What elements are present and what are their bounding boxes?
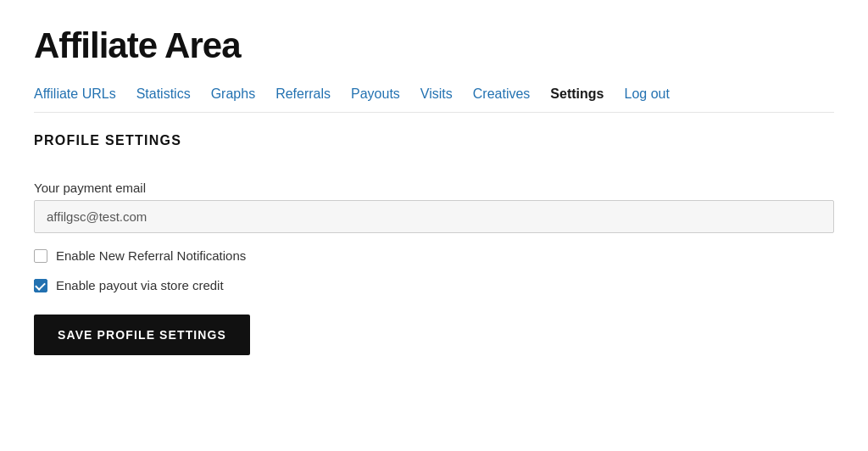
nav-referrals[interactable]: Referrals — [275, 86, 331, 102]
nav-payouts[interactable]: Payouts — [351, 86, 400, 102]
referral-notifications-label: Enable New Referral Notifications — [56, 248, 246, 263]
section-title: PROFILE SETTINGS — [34, 133, 834, 148]
payout-store-credit-label: Enable payout via store credit — [56, 278, 224, 292]
navigation-bar: Affiliate URLs Statistics Graphs Referra… — [34, 86, 834, 113]
nav-creatives[interactable]: Creatives — [473, 86, 531, 102]
page-title: Affiliate Area — [34, 25, 834, 66]
payment-email-input[interactable] — [34, 200, 834, 233]
nav-visits[interactable]: Visits — [420, 86, 453, 102]
payment-email-group: Your payment email — [34, 181, 834, 233]
nav-settings[interactable]: Settings — [550, 86, 604, 102]
payment-email-label: Your payment email — [34, 181, 834, 195]
referral-notifications-row: Enable New Referral Notifications — [34, 248, 834, 263]
payout-store-credit-row: Enable payout via store credit — [34, 278, 834, 292]
nav-graphs[interactable]: Graphs — [211, 86, 255, 102]
referral-notifications-checkbox[interactable] — [34, 249, 47, 263]
nav-statistics[interactable]: Statistics — [136, 86, 191, 102]
save-profile-settings-button[interactable]: SAVE PROFILE SETTINGS — [34, 315, 250, 355]
payout-store-credit-checkbox[interactable] — [34, 279, 47, 292]
profile-settings-section: PROFILE SETTINGS Your payment email Enab… — [34, 133, 834, 355]
nav-logout[interactable]: Log out — [624, 86, 669, 102]
nav-affiliate-urls[interactable]: Affiliate URLs — [34, 86, 116, 102]
